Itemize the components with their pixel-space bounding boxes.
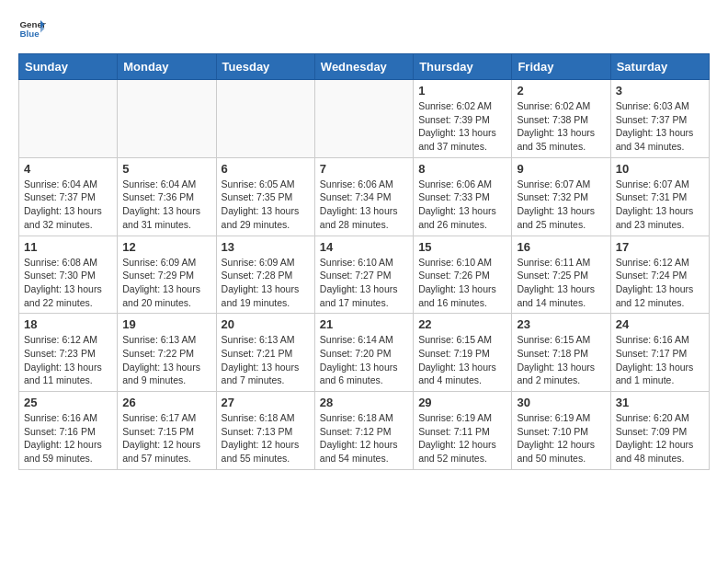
day-number: 10 [616,162,704,176]
day-info: Sunrise: 6:18 AM Sunset: 7:13 PM Dayligh… [222,411,310,465]
day-info: Sunrise: 6:12 AM Sunset: 7:23 PM Dayligh… [24,333,112,387]
day-number: 5 [122,162,210,176]
calendar-cell: 5Sunrise: 6:04 AM Sunset: 7:36 PM Daylig… [118,157,216,236]
day-info: Sunrise: 6:03 AM Sunset: 7:37 PM Dayligh… [616,99,704,154]
calendar-cell: 17Sunrise: 6:12 AM Sunset: 7:24 PM Dayli… [610,236,709,314]
calendar-cell: 14Sunrise: 6:10 AM Sunset: 7:27 PM Dayli… [314,236,413,314]
calendar-cell: 1Sunrise: 6:02 AM Sunset: 7:39 PM Daylig… [414,80,512,158]
calendar-cell: 19Sunrise: 6:13 AM Sunset: 7:22 PM Dayli… [118,314,216,392]
calendar-header-row: SundayMondayTuesdayWednesdayThursdayFrid… [19,54,710,80]
day-info: Sunrise: 6:06 AM Sunset: 7:34 PM Dayligh… [320,178,408,232]
calendar-cell: 31Sunrise: 6:20 AM Sunset: 7:09 PM Dayli… [610,392,709,470]
day-info: Sunrise: 6:08 AM Sunset: 7:30 PM Dayligh… [24,256,112,310]
calendar-cell: 25Sunrise: 6:16 AM Sunset: 7:16 PM Dayli… [19,392,118,470]
weekday-header: Saturday [610,54,709,80]
calendar-cell: 4Sunrise: 6:04 AM Sunset: 7:37 PM Daylig… [19,157,118,236]
calendar-cell: 6Sunrise: 6:05 AM Sunset: 7:35 PM Daylig… [216,157,314,236]
day-number: 28 [320,396,408,409]
logo-icon: General Blue [18,15,46,42]
day-number: 24 [616,317,704,331]
calendar-cell: 24Sunrise: 6:16 AM Sunset: 7:17 PM Dayli… [610,314,709,392]
day-number: 29 [418,396,506,409]
calendar-cell: 7Sunrise: 6:06 AM Sunset: 7:34 PM Daylig… [314,157,413,236]
day-info: Sunrise: 6:07 AM Sunset: 7:32 PM Dayligh… [517,178,605,232]
day-info: Sunrise: 6:14 AM Sunset: 7:20 PM Dayligh… [320,333,408,387]
day-info: Sunrise: 6:16 AM Sunset: 7:17 PM Dayligh… [616,333,704,387]
day-info: Sunrise: 6:09 AM Sunset: 7:28 PM Dayligh… [222,256,310,310]
day-info: Sunrise: 6:17 AM Sunset: 7:15 PM Dayligh… [122,411,210,465]
weekday-header: Sunday [19,54,118,80]
calendar-cell [19,80,118,158]
calendar-cell: 11Sunrise: 6:08 AM Sunset: 7:30 PM Dayli… [19,236,118,314]
day-number: 16 [517,240,605,254]
calendar-cell: 21Sunrise: 6:14 AM Sunset: 7:20 PM Dayli… [314,314,413,392]
calendar-cell: 28Sunrise: 6:18 AM Sunset: 7:12 PM Dayli… [314,392,413,470]
day-info: Sunrise: 6:04 AM Sunset: 7:36 PM Dayligh… [122,178,210,232]
day-number: 25 [24,396,112,409]
day-info: Sunrise: 6:13 AM Sunset: 7:21 PM Dayligh… [222,333,310,387]
day-info: Sunrise: 6:13 AM Sunset: 7:22 PM Dayligh… [122,333,210,387]
calendar-table: SundayMondayTuesdayWednesdayThursdayFrid… [18,53,710,470]
day-number: 22 [418,317,506,331]
day-number: 21 [320,317,408,331]
calendar-cell [118,80,216,158]
day-info: Sunrise: 6:11 AM Sunset: 7:25 PM Dayligh… [517,256,605,310]
logo: General Blue [18,15,46,42]
weekday-header: Wednesday [314,54,413,80]
day-info: Sunrise: 6:09 AM Sunset: 7:29 PM Dayligh… [122,256,210,310]
page-header: General Blue [18,15,710,42]
day-number: 13 [222,240,310,254]
weekday-header: Friday [512,54,610,80]
calendar-cell: 26Sunrise: 6:17 AM Sunset: 7:15 PM Dayli… [118,392,216,470]
calendar-cell: 20Sunrise: 6:13 AM Sunset: 7:21 PM Dayli… [216,314,314,392]
day-number: 19 [122,317,210,331]
svg-text:Blue: Blue [20,29,40,39]
day-info: Sunrise: 6:02 AM Sunset: 7:38 PM Dayligh… [517,99,605,154]
calendar-cell: 30Sunrise: 6:19 AM Sunset: 7:10 PM Dayli… [512,392,610,470]
day-info: Sunrise: 6:19 AM Sunset: 7:10 PM Dayligh… [517,411,605,465]
calendar-cell [314,80,413,158]
day-number: 23 [517,317,605,331]
day-number: 2 [517,84,605,98]
calendar-cell: 9Sunrise: 6:07 AM Sunset: 7:32 PM Daylig… [512,157,610,236]
day-info: Sunrise: 6:10 AM Sunset: 7:26 PM Dayligh… [418,256,506,310]
day-info: Sunrise: 6:15 AM Sunset: 7:18 PM Dayligh… [517,333,605,387]
day-number: 7 [320,162,408,176]
calendar-cell: 27Sunrise: 6:18 AM Sunset: 7:13 PM Dayli… [216,392,314,470]
day-number: 12 [122,240,210,254]
day-info: Sunrise: 6:18 AM Sunset: 7:12 PM Dayligh… [320,411,408,465]
weekday-header: Monday [118,54,216,80]
day-info: Sunrise: 6:06 AM Sunset: 7:33 PM Dayligh… [418,178,506,232]
day-number: 17 [616,240,704,254]
weekday-header: Tuesday [216,54,314,80]
weekday-header: Thursday [414,54,512,80]
day-number: 6 [222,162,310,176]
calendar-week-row: 11Sunrise: 6:08 AM Sunset: 7:30 PM Dayli… [19,236,710,314]
calendar-cell: 22Sunrise: 6:15 AM Sunset: 7:19 PM Dayli… [414,314,512,392]
calendar-cell: 3Sunrise: 6:03 AM Sunset: 7:37 PM Daylig… [610,80,709,158]
calendar-cell [216,80,314,158]
calendar-cell: 23Sunrise: 6:15 AM Sunset: 7:18 PM Dayli… [512,314,610,392]
calendar-cell: 12Sunrise: 6:09 AM Sunset: 7:29 PM Dayli… [118,236,216,314]
calendar-cell: 16Sunrise: 6:11 AM Sunset: 7:25 PM Dayli… [512,236,610,314]
day-number: 26 [122,396,210,409]
day-number: 14 [320,240,408,254]
day-info: Sunrise: 6:15 AM Sunset: 7:19 PM Dayligh… [418,333,506,387]
day-number: 11 [24,240,112,254]
day-number: 4 [24,162,112,176]
calendar-week-row: 18Sunrise: 6:12 AM Sunset: 7:23 PM Dayli… [19,314,710,392]
day-info: Sunrise: 6:12 AM Sunset: 7:24 PM Dayligh… [616,256,704,310]
calendar-cell: 18Sunrise: 6:12 AM Sunset: 7:23 PM Dayli… [19,314,118,392]
day-info: Sunrise: 6:05 AM Sunset: 7:35 PM Dayligh… [222,178,310,232]
calendar-week-row: 1Sunrise: 6:02 AM Sunset: 7:39 PM Daylig… [19,80,710,158]
day-number: 15 [418,240,506,254]
day-number: 31 [616,396,704,409]
day-number: 18 [24,317,112,331]
calendar-cell: 13Sunrise: 6:09 AM Sunset: 7:28 PM Dayli… [216,236,314,314]
calendar-cell: 29Sunrise: 6:19 AM Sunset: 7:11 PM Dayli… [414,392,512,470]
calendar-cell: 15Sunrise: 6:10 AM Sunset: 7:26 PM Dayli… [414,236,512,314]
calendar-week-row: 25Sunrise: 6:16 AM Sunset: 7:16 PM Dayli… [19,392,710,470]
day-info: Sunrise: 6:02 AM Sunset: 7:39 PM Dayligh… [418,99,506,154]
day-info: Sunrise: 6:07 AM Sunset: 7:31 PM Dayligh… [616,178,704,232]
day-number: 1 [418,84,506,98]
